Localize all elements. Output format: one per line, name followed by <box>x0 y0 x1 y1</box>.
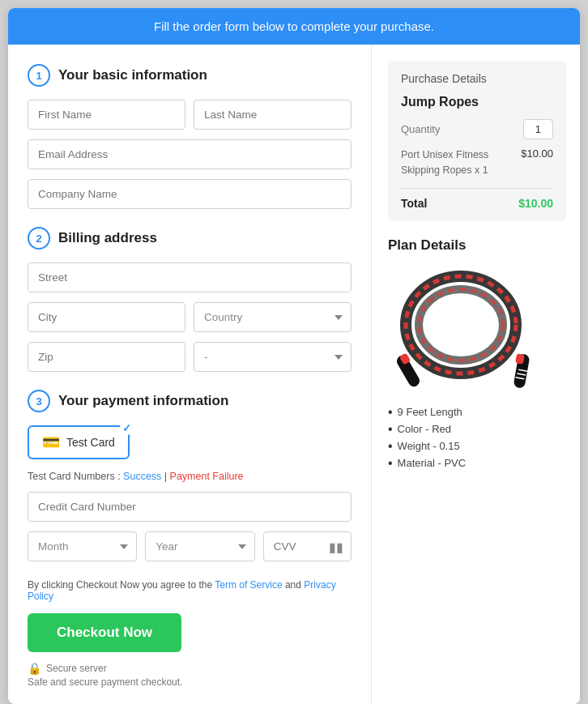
zip-state-row: - <box>28 342 352 372</box>
cvv-wrapper: ▮▮ <box>263 531 352 561</box>
top-banner: Fill the order form below to complete yo… <box>8 8 580 45</box>
product-name: Jump Ropes <box>401 95 553 109</box>
cc-row <box>28 492 352 522</box>
left-panel: 1 Your basic information 2 Billi <box>8 45 372 704</box>
company-row <box>28 179 352 209</box>
billing-title: Billing address <box>58 230 157 246</box>
item-price: $10.00 <box>521 147 553 160</box>
feature-length: 9 Feet Length <box>388 406 566 419</box>
card-option-label: Test Card <box>66 436 115 449</box>
test-card-option[interactable]: 💳 Test Card <box>28 425 130 459</box>
terms-text: By clicking Checkout Now you agree to th… <box>28 579 352 602</box>
payment-title: Your payment information <box>58 393 228 409</box>
city-country-row: Country United States United Kingdom <box>28 302 352 332</box>
credit-card-icon: 💳 <box>42 433 60 451</box>
country-select[interactable]: Country United States United Kingdom <box>194 302 352 332</box>
section-number-2: 2 <box>28 227 50 250</box>
email-row <box>28 139 352 169</box>
quantity-value: 1 <box>523 119 553 139</box>
total-label: Total <box>401 197 427 210</box>
test-card-success-link[interactable]: Success <box>123 471 161 482</box>
feature-color: Color - Red <box>388 423 566 436</box>
quantity-row: Quantity 1 <box>401 119 553 139</box>
email-input[interactable] <box>28 139 352 169</box>
test-card-failure-link[interactable]: Payment Failure <box>170 471 244 482</box>
test-card-info: Test Card Numbers : Success | Payment Fa… <box>28 471 352 482</box>
total-row: Total $10.00 <box>401 188 553 210</box>
purchase-details-box: Purchase Details Jump Ropes Quantity 1 P… <box>388 61 566 221</box>
basic-info-title: Your basic information <box>58 67 207 83</box>
total-price: $10.00 <box>518 197 553 210</box>
banner-text: Fill the order form below to complete yo… <box>154 19 434 33</box>
right-panel: Purchase Details Jump Ropes Quantity 1 P… <box>372 45 580 704</box>
page-wrapper: Fill the order form below to complete yo… <box>8 8 580 704</box>
name-row <box>28 100 352 130</box>
payment-options: 💳 Test Card <box>28 425 352 459</box>
test-card-prefix: Test Card Numbers : <box>28 471 123 482</box>
expiry-cvv-row: Month 01 02 03 04 05 06 07 08 09 10 11 1… <box>28 531 352 561</box>
terms-prefix: By clicking Checkout Now you agree to th… <box>28 579 215 591</box>
company-input[interactable] <box>28 179 352 209</box>
lock-icon: 🔒 <box>28 662 41 675</box>
month-select[interactable]: Month 01 02 03 04 05 06 07 08 09 10 11 1… <box>28 531 137 561</box>
section-number-3: 3 <box>28 390 50 412</box>
basic-info-section: 1 Your basic information <box>28 64 352 209</box>
secure-label: Secure server <box>46 663 107 674</box>
plan-features-list: 9 Feet Length Color - Red Weight - 0.15 … <box>388 406 566 470</box>
rope-illustration <box>388 267 566 392</box>
billing-section: 2 Billing address Country United States … <box>28 227 352 372</box>
basic-info-header: 1 Your basic information <box>28 64 352 87</box>
city-input[interactable] <box>28 302 185 332</box>
quantity-label: Quantity <box>401 123 440 135</box>
checkout-button[interactable]: Checkout Now <box>28 613 181 652</box>
item-description: Port Unisex Fitness Skipping Ropes x 1 <box>401 147 521 178</box>
feature-weight: Weight - 0.15 <box>388 440 566 453</box>
payment-section: 3 Your payment information 💳 Test Card T… <box>28 390 352 561</box>
section-number-1: 1 <box>28 64 50 87</box>
purchase-details-title: Purchase Details <box>401 72 553 85</box>
safe-row: Safe and secure payment checkout. <box>28 676 352 688</box>
cvv-card-icon: ▮▮ <box>329 539 343 554</box>
terms-middle: and <box>285 579 304 591</box>
street-row <box>28 262 352 292</box>
main-content: 1 Your basic information 2 Billi <box>8 45 580 704</box>
feature-material: Material - PVC <box>388 457 566 470</box>
cc-input[interactable] <box>28 492 352 522</box>
first-name-input[interactable] <box>28 100 185 130</box>
secure-info: 🔒 Secure server Safe and secure payment … <box>28 662 352 688</box>
plan-title: Plan Details <box>388 237 566 254</box>
rope-image <box>388 265 566 395</box>
safe-label: Safe and secure payment checkout. <box>28 676 182 688</box>
tos-link[interactable]: Term of Service <box>215 579 282 591</box>
item-row: Port Unisex Fitness Skipping Ropes x 1 $… <box>401 147 553 178</box>
plan-details: Plan Details <box>388 237 566 470</box>
street-input[interactable] <box>28 262 352 292</box>
zip-input[interactable] <box>28 342 185 372</box>
year-select[interactable]: Year 2024 2025 2026 <box>145 531 254 561</box>
last-name-input[interactable] <box>194 100 352 130</box>
billing-header: 2 Billing address <box>28 227 352 250</box>
card-checkmark-icon <box>120 420 134 435</box>
test-card-separator: | <box>164 471 170 482</box>
secure-row: 🔒 Secure server <box>28 662 352 675</box>
state-select[interactable]: - <box>194 342 352 372</box>
payment-header: 3 Your payment information <box>28 390 352 412</box>
